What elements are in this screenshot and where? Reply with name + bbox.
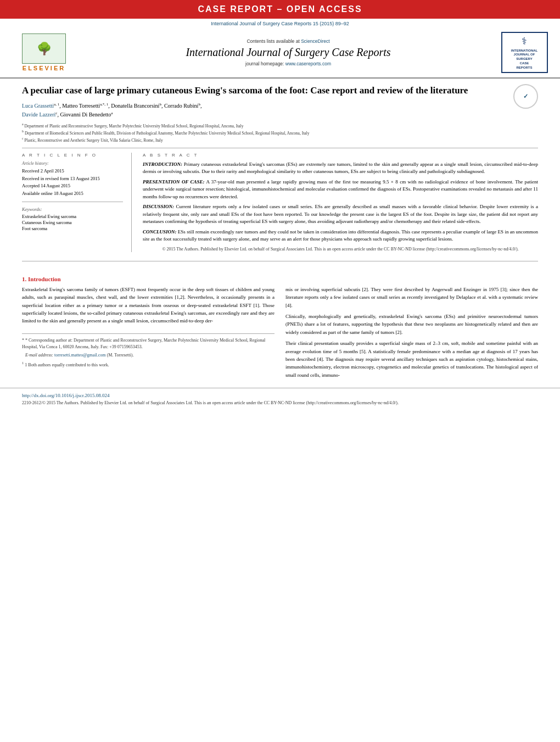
body-two-col: Extraskeletal Ewing's sarcoma family of … xyxy=(22,286,538,382)
header-row: 🌳 ELSEVIER Contents lists available at S… xyxy=(0,27,560,79)
crossmark-badge: ✓ xyxy=(513,84,538,109)
top-banner: CASE REPORT – OPEN ACCESS xyxy=(0,0,560,19)
journal-subtitle: International Journal of Surgery Case Re… xyxy=(0,19,560,27)
sciencedirect-link[interactable]: ScienceDirect xyxy=(301,38,329,44)
body-right: mis or involving superficial subcutis [2… xyxy=(285,286,538,382)
discussion-text: Current literature reports only a few is… xyxy=(143,204,538,224)
intro-text: Primary cutaneous extraskeletal Ewing's … xyxy=(143,161,538,175)
online-date: Available online 18 August 2015 xyxy=(22,191,123,197)
keyword-2: Cutaneous Ewing sarcoma xyxy=(22,220,123,225)
keyword-3: Foot sarcoma xyxy=(22,226,123,231)
header-center: Contents lists available at ScienceDirec… xyxy=(77,38,500,66)
article-history-label: Article history: xyxy=(22,161,123,166)
discussion-label: DISCUSSION: xyxy=(143,204,174,209)
two-column-section: A R T I C L E I N F O Article history: R… xyxy=(22,153,538,252)
footer-doi: http://dx.doi.org/10.1016/j.ijscr.2015.0… xyxy=(0,388,560,408)
divider-1 xyxy=(22,148,538,148)
copyright-note: © 2015 The Authors. Published by Elsevie… xyxy=(143,246,538,252)
intro-right-para2: Clinically, morphologically and genetica… xyxy=(285,313,538,336)
divider-body xyxy=(22,261,538,261)
elsevier-tree-icon: 🌳 xyxy=(22,34,66,64)
email-link[interactable]: torresetti.matteo@gmail.com xyxy=(54,353,106,358)
article-info-col: A R T I C L E I N F O Article history: R… xyxy=(22,153,132,252)
elsevier-label: ELSEVIER xyxy=(23,65,65,71)
intro-section-title: 1. Introduction xyxy=(22,276,538,282)
intro-label: INTRODUCTION: xyxy=(143,161,182,167)
article-body: 1. Introduction Extraskeletal Ewing's sa… xyxy=(0,265,560,388)
article-content: A peculiar case of large primary cutaneo… xyxy=(0,79,560,258)
banner-text: CASE REPORT – OPEN ACCESS xyxy=(198,4,362,14)
contents-line: Contents lists available at ScienceDirec… xyxy=(77,38,500,44)
journal-logo-text: INTERNATIONALJOURNAL OFSURGERYCASEREPORT… xyxy=(511,49,538,70)
received-date: Received 2 April 2015 xyxy=(22,168,123,175)
footnote-1: 1 1 Both authors equally contributed to … xyxy=(22,360,275,369)
journal-logo-box: ⚕ INTERNATIONALJOURNAL OFSURGERYCASEREPO… xyxy=(501,32,548,73)
abstract-presentation: PRESENTATION OF CASE: A 37-year-old man … xyxy=(143,178,538,201)
journal-logo: ⚕ INTERNATIONALJOURNAL OFSURGERYCASEREPO… xyxy=(500,32,549,73)
doi-link[interactable]: http://dx.doi.org/10.1016/j.ijscr.2015.0… xyxy=(22,393,538,398)
keyword-1: Extraskeletal Ewing sarcoma xyxy=(22,214,123,219)
affiliation-b: b Department of Biomedical Sciences and … xyxy=(22,129,538,136)
revised-date: Received in revised form 13 August 2015 xyxy=(22,176,123,182)
affiliation-c: c Plastic, Reconstructive and Aesthetic … xyxy=(22,136,538,143)
conclusion-label: CONCLUSION: xyxy=(143,229,177,235)
intro-right-para1: mis or involving superficial subcutis [2… xyxy=(285,286,538,309)
footnote-section: * * Corresponding author at: Department … xyxy=(22,333,275,369)
affiliations: a Department of Plastic and Reconstructi… xyxy=(22,122,538,143)
conclusion-text: ESs still remain exceedingly rare tumors… xyxy=(143,229,538,242)
author-grassetti[interactable]: Luca Grassetti xyxy=(22,103,54,109)
accepted-date: Accepted 14 August 2015 xyxy=(22,183,123,189)
affiliation-a: a Department of Plastic and Reconstructi… xyxy=(22,122,538,129)
body-left: Extraskeletal Ewing's sarcoma family of … xyxy=(22,286,275,382)
article-info-heading: A R T I C L E I N F O xyxy=(22,153,123,158)
abstract-col: A B S T R A C T INTRODUCTION: Primary cu… xyxy=(143,153,538,252)
abstract-intro: INTRODUCTION: Primary cutaneous extraske… xyxy=(143,161,538,176)
elsevier-logo: 🌳 ELSEVIER xyxy=(11,34,77,71)
divider-left xyxy=(22,202,123,202)
abstract-heading: A B S T R A C T xyxy=(143,153,538,158)
presentation-label: PRESENTATION OF CASE: xyxy=(143,179,205,185)
journal-logo-icon: ⚕ xyxy=(522,35,527,47)
author-lazzeri[interactable]: Davide Lazzeri xyxy=(22,111,55,118)
intro-right-para3: Their clinical presentation usually prov… xyxy=(285,339,538,379)
journal-url[interactable]: www.casereports.com xyxy=(285,61,331,66)
abstract-discussion: DISCUSSION: Current literature reports o… xyxy=(143,203,538,226)
journal-homepage: journal homepage: www.casereports.com xyxy=(77,61,500,66)
footnote-star: * * Corresponding author at: Department … xyxy=(22,337,275,350)
keywords-label: Keywords: xyxy=(22,207,123,212)
intro-left-para1: Extraskeletal Ewing's sarcoma family of … xyxy=(22,286,275,325)
article-title: A peculiar case of large primary cutaneo… xyxy=(22,84,538,97)
authors: Luca Grassettia, 1, Matteo Torresettia,*… xyxy=(22,102,538,120)
journal-title: International Journal of Surgery Case Re… xyxy=(77,46,500,59)
abstract-conclusion: CONCLUSION: ESs still remain exceedingly… xyxy=(143,228,538,243)
footnote-email: E-mail address: torresetti.matteo@gmail.… xyxy=(22,352,275,359)
footer-note: 2210-2612/© 2015 The Authors. Published … xyxy=(22,400,538,406)
